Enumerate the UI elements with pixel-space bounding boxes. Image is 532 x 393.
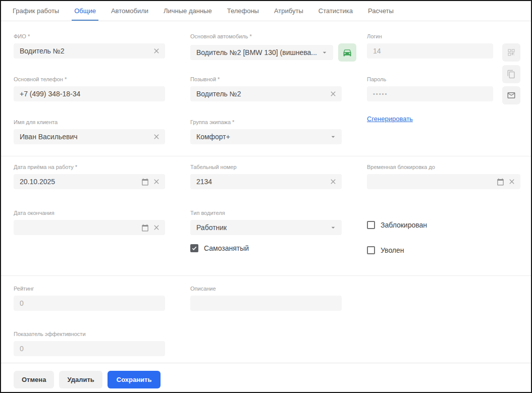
personnel-number-input[interactable] [196,178,326,186]
copy-icon [507,70,516,79]
client-name-label: Имя для клиента [14,119,165,126]
clear-icon[interactable] [152,133,161,141]
password-label: Пароль [367,76,493,83]
chevron-down-icon [329,133,337,141]
field-hire-date: Дата приёма на работу * [14,164,165,189]
crew-group-select[interactable]: Комфорт+ [190,129,342,144]
callsign-label: Позывной * [190,76,342,83]
field-end-date: Дата окончания [14,210,165,235]
field-efficiency: Показатель эффективности [14,331,165,356]
client-name-input[interactable] [20,133,149,141]
login-input[interactable] [373,47,489,55]
qr-code-icon [507,48,515,57]
clear-icon[interactable] [152,47,161,55]
main-phone-label: Основной телефон * [14,76,165,83]
generate-password-link[interactable]: Сгенерировать [367,115,413,123]
field-password: Пароль [367,76,493,101]
field-driver-type: Тип водителя Работник [190,210,342,235]
description-label: Описание [190,286,342,292]
checkbox-label: Уволен [381,246,404,254]
cancel-button[interactable]: Отмена [14,371,54,388]
field-main-phone: Основной телефон * [14,76,165,101]
clear-icon[interactable] [152,223,161,232]
temp-block-until-input[interactable] [373,178,493,186]
tab-attributes[interactable]: Атрибуты [267,1,311,21]
calendar-icon[interactable] [141,224,149,232]
field-crew-group: Группа экипажа * Комфорт+ [190,119,342,144]
divider [1,156,531,156]
footer-actions: Отмена Удалить Сохранить [14,371,161,388]
tab-calculations[interactable]: Расчеты [360,1,401,21]
clear-icon[interactable] [329,90,337,98]
checkbox-blocked[interactable]: Заблокирован [367,221,427,229]
copy-button[interactable] [502,65,520,83]
crew-group-value: Комфорт+ [196,133,326,141]
divider [1,363,531,363]
chevron-down-icon [329,223,337,232]
field-client-name: Имя для клиента [14,119,165,144]
rating-input[interactable] [20,299,161,307]
checkbox-self-employed[interactable]: Самозанятый [190,244,249,252]
rating-label: Рейтинг [14,286,165,292]
main-phone-input[interactable] [20,90,161,98]
field-callsign: Позывной * [190,76,342,101]
save-button[interactable]: Сохранить [108,371,161,388]
tab-cars[interactable]: Автомобили [103,1,156,21]
field-rating: Рейтинг [14,286,165,311]
car-button[interactable] [338,43,356,62]
driver-type-select[interactable]: Работник [190,220,342,235]
field-main-car: Основной автомобиль * Водитель №2 [BMW 1… [190,33,342,62]
temp-block-until-label: Временная блокировка до [367,164,520,171]
end-date-input[interactable] [20,223,138,232]
main-car-select[interactable]: Водитель №2 [BMW 130] (вишнева... [190,45,333,60]
fio-label: ФИО * [14,33,165,40]
checkbox-label: Самозанятый [204,244,249,252]
calendar-icon[interactable] [497,178,504,186]
main-car-value: Водитель №2 [BMW 130] (вишнева... [196,48,317,57]
callsign-input[interactable] [196,90,326,98]
description-input[interactable] [196,299,337,307]
efficiency-input[interactable] [20,345,161,353]
envelope-icon [507,91,516,100]
clear-icon[interactable] [508,178,516,186]
end-date-label: Дата окончания [14,210,165,216]
driver-type-label: Тип водителя [190,210,342,216]
clear-icon[interactable] [329,178,337,186]
hire-date-label: Дата приёма на работу * [14,164,165,171]
tab-phones[interactable]: Телефоны [220,1,267,21]
personnel-number-label: Табельный номер [190,164,342,171]
main-car-label: Основной автомобиль * [190,33,342,40]
car-icon [342,47,352,58]
field-temp-block-until: Временная блокировка до [367,164,520,189]
checkbox-box[interactable] [190,244,198,252]
field-description: Описание [190,286,342,311]
driver-type-value: Работник [196,223,326,232]
delete-button[interactable]: Удалить [59,371,102,388]
divider [1,275,531,276]
qr-code-button[interactable] [502,43,520,62]
clear-icon[interactable] [152,178,161,186]
password-input[interactable] [373,91,489,97]
field-login: Логин [367,33,493,59]
chevron-down-icon [321,48,329,57]
checkbox-box[interactable] [367,246,375,254]
field-personnel-number: Табельный номер [190,164,342,189]
fio-input[interactable] [20,47,149,55]
checkbox-label: Заблокирован [381,221,427,229]
driver-edit-window: График работы Общие Автомобили Личные да… [0,0,532,393]
checkbox-fired[interactable]: Уволен [367,246,404,254]
tab-work-schedule[interactable]: График работы [5,1,67,21]
efficiency-label: Показатель эффективности [14,331,165,338]
crew-group-label: Группа экипажа * [190,119,342,126]
send-mail-button[interactable] [502,86,520,104]
hire-date-input[interactable] [20,178,138,186]
tab-personal-data[interactable]: Личные данные [156,1,220,21]
calendar-icon[interactable] [141,178,149,186]
checkbox-box[interactable] [367,221,375,229]
tab-bar: График работы Общие Автомобили Личные да… [1,1,531,21]
tab-statistics[interactable]: Статистика [311,1,360,21]
login-label: Логин [367,33,493,40]
tab-general[interactable]: Общие [67,1,103,21]
field-fio: ФИО * [14,33,165,59]
